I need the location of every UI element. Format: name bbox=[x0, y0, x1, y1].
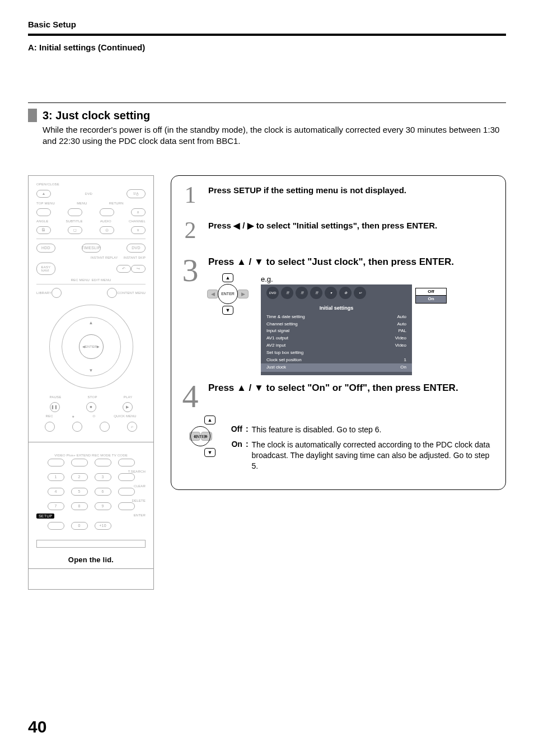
rc-recmode-button bbox=[95, 459, 111, 466]
section-title: 3: Just clock setting bbox=[43, 109, 150, 122]
menu-icon-dvd: DVD bbox=[266, 287, 279, 299]
onscreen-menu-figure: DVD ☰ ☰ ☰ ▾ ⚙ ↩ Initial settings bbox=[261, 284, 412, 376]
rc-stop-button: ■ bbox=[86, 402, 96, 412]
rc-num-9: 9 bbox=[95, 502, 111, 510]
section-label: Basic Setup bbox=[28, 20, 506, 29]
pad-enter-button: ENTER bbox=[190, 426, 210, 446]
pad-enter-button: ENTER bbox=[218, 284, 238, 304]
arrow-left-icon: ◀ bbox=[233, 220, 240, 231]
instruction-steps-box: 1 Press SETUP if the setting menu is not… bbox=[171, 175, 506, 490]
rc-rec-button bbox=[45, 422, 55, 432]
rc-subtitle-button: ◻ bbox=[68, 226, 82, 234]
rc-library-button bbox=[51, 288, 62, 298]
step-text: Press ◀ / ▶ to select "Initial settings"… bbox=[208, 220, 494, 241]
definition-off: Off : This feature is disabled. Go to st… bbox=[222, 424, 494, 435]
rc-contentmenu-button bbox=[107, 288, 117, 298]
rc-number-pad: VIDEO Plus+ EXTEND REC MODE TV CODE T.SE… bbox=[29, 442, 153, 569]
rc-plus10-button: +10 bbox=[95, 522, 111, 530]
rc-return-button bbox=[100, 208, 114, 216]
rc-topmenu-button bbox=[36, 208, 51, 216]
pad-down-button: ▼ bbox=[204, 448, 216, 457]
enter-pad-figure: ▲ ▼ ◀ ▶ ENTER bbox=[208, 274, 247, 314]
rc-timeslip-button: TIMESLIP bbox=[82, 244, 101, 253]
arrow-up-icon: ▲ bbox=[237, 256, 246, 269]
rc-label-openclose: OPEN/CLOSE bbox=[36, 183, 146, 186]
rc-vp-labels: VIDEO Plus+ EXTEND REC MODE TV CODE bbox=[54, 454, 128, 457]
step-body: Press ▲ / ▼ to select "Just clock", then… bbox=[208, 256, 494, 375]
subsection-heading: A: Initial settings (Continued) bbox=[28, 43, 506, 52]
rc-num-6: 6 bbox=[95, 488, 111, 496]
menu-row: AV1 outputVideo bbox=[266, 335, 406, 342]
divider-thick bbox=[28, 34, 506, 36]
menu-row: Channel settingAuto bbox=[266, 321, 406, 328]
arrow-up-icon: ▲ bbox=[237, 382, 246, 395]
rc-tsearch-button bbox=[118, 473, 135, 481]
rc-pause-button: ❚❚ bbox=[50, 402, 60, 412]
rc-angle-button: 🖻 bbox=[36, 226, 51, 234]
rc-num-0: 0 bbox=[71, 522, 88, 530]
definition-on: On : The clock is automatically correcte… bbox=[222, 440, 494, 472]
rc-num-8: 8 bbox=[71, 502, 88, 510]
page-number: 40 bbox=[28, 717, 46, 736]
menu-option-off: Off bbox=[415, 288, 447, 296]
rc-delete-button bbox=[118, 502, 135, 510]
menu-icon-3: ☰ bbox=[296, 287, 308, 299]
step-number: 1 bbox=[179, 185, 202, 206]
rc-setup-label: SETUP bbox=[36, 514, 54, 519]
section-title-row: 3: Just clock setting bbox=[28, 109, 506, 122]
rc-num-3: 3 bbox=[95, 473, 111, 481]
rc-ch-down-button: ∨ bbox=[131, 226, 146, 234]
rc-tvcode-button bbox=[118, 459, 135, 466]
menu-icon-6: ⚙ bbox=[339, 287, 352, 299]
rc-setup-button bbox=[48, 522, 64, 530]
rc-play-button: ▶ bbox=[123, 402, 133, 412]
pad-up-button: ▲ bbox=[204, 416, 216, 424]
step-4: 4 Press ▲ / ▼ to select "On" or "Off", t… bbox=[179, 382, 494, 411]
rc-ch-up-button: ∧ bbox=[131, 208, 146, 216]
arrow-down-icon: ▼ bbox=[254, 256, 264, 269]
step-1: 1 Press SETUP if the setting menu is not… bbox=[179, 185, 494, 206]
enter-pad-figure: ▲ ▼ ◀ ▶ ENTER bbox=[190, 417, 211, 456]
step-text: Press SETUP if the setting menu is not d… bbox=[208, 185, 494, 206]
rc-instant-skip-button: ↪ bbox=[131, 265, 146, 273]
rc-dvd-button: DVD bbox=[127, 244, 146, 253]
rc-instant-replay-button: ↶ bbox=[116, 265, 131, 273]
rc-open-lid-caption: Open the lid. bbox=[36, 556, 146, 564]
rc-input-button: I/ტ bbox=[127, 189, 146, 198]
rc-enter-button: ◀ ENTER ▶ bbox=[79, 334, 104, 359]
menu-icon-7: ↩ bbox=[354, 287, 366, 299]
rc-num-2: 2 bbox=[71, 473, 88, 481]
menu-side-options: Off On bbox=[415, 288, 447, 304]
menu-row: Time & date settingAuto bbox=[266, 314, 406, 321]
section-intro-text: While the recorder's power is off (in th… bbox=[43, 124, 506, 147]
menu-row: AV2 inputVideo bbox=[266, 342, 406, 349]
rc-extend-button bbox=[71, 459, 88, 466]
menu-row: Input signalPAL bbox=[266, 328, 406, 335]
remote-control-figure: OPEN/CLOSE ▲ DVD I/ტ TOP MENUMENURETURN … bbox=[28, 175, 154, 590]
menu-icon-2: ☰ bbox=[281, 287, 293, 299]
menu-row: Set top box setting bbox=[266, 349, 406, 357]
menu-row-highlighted: Just clockOn bbox=[261, 363, 412, 372]
menu-title: Initial settings bbox=[266, 305, 406, 311]
rc-nav-ring: ◀ ENTER ▶ ▲ ▼ bbox=[49, 305, 133, 389]
step-body: Press ▲ / ▼ to select "On" or "Off", the… bbox=[208, 382, 494, 411]
rc-num-1: 1 bbox=[48, 473, 64, 481]
step-3: 3 Press ▲ / ▼ to select "Just clock", th… bbox=[179, 256, 494, 375]
pad-up-button: ▲ bbox=[222, 273, 233, 282]
rc-menu-button bbox=[68, 208, 82, 216]
rc-clear-button bbox=[118, 488, 135, 496]
rc-num-4: 4 bbox=[48, 488, 64, 496]
rc-num-7: 7 bbox=[48, 502, 64, 510]
menu-option-on: On bbox=[415, 296, 447, 304]
menu-icon-4: ☰ bbox=[310, 287, 322, 299]
rc-quickmenu-button: ⌕ bbox=[127, 422, 137, 432]
rc-easynavi-button: EASYNAVI bbox=[36, 263, 55, 275]
rc-star-button bbox=[72, 422, 82, 432]
example-label: e.g. bbox=[261, 274, 494, 284]
rc-eject-button: ▲ bbox=[36, 190, 51, 198]
pad-left-button: ◀ bbox=[207, 290, 218, 298]
step-2: 2 Press ◀ / ▶ to select "Initial setting… bbox=[179, 220, 494, 241]
arrow-down-icon: ▼ bbox=[254, 382, 264, 395]
pad-down-button: ▼ bbox=[222, 306, 233, 315]
divider-thin bbox=[28, 102, 506, 103]
